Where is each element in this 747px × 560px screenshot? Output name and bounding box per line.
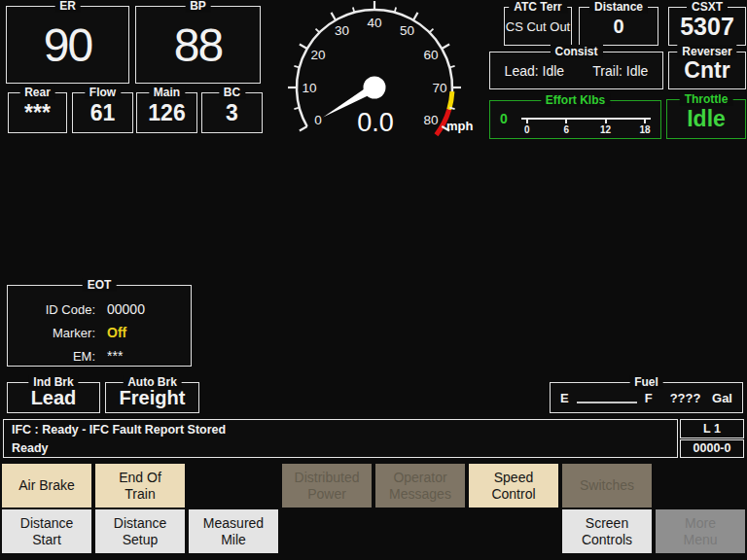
measured-mile-button[interactable]: Measured Mile <box>189 509 278 553</box>
bc-label: BC <box>219 86 245 99</box>
speed-unit-label: mph <box>446 119 485 133</box>
air-brake-button[interactable]: Air Brake <box>2 464 91 508</box>
effort-scale-tick-18: 18 <box>639 120 651 135</box>
fuel-label: Fuel <box>629 375 663 389</box>
more-menu-button: More Menu <box>656 509 745 553</box>
eot-id-code-row: ID Code: 00000 <box>8 298 191 321</box>
effort-scale-tick-12: 12 <box>600 120 612 135</box>
distance-setup-button[interactable]: Distance Setup <box>95 509 185 553</box>
eot-em-label: EM: <box>8 349 95 364</box>
distributed-power-button: Distributed Power <box>282 464 372 508</box>
reverser-label: Reverser <box>677 45 736 58</box>
eot-box: EOT ID Code: 00000 Marker: Off EM: *** <box>7 285 192 367</box>
main-value: 126 <box>137 93 196 132</box>
eot-id-code-label: ID Code: <box>8 302 95 317</box>
status-message-box: IFC : Ready - IFC Fault Report Stored Re… <box>3 419 678 458</box>
flow-value: 61 <box>73 93 132 132</box>
throttle-label: Throttle <box>680 92 733 106</box>
throttle-box: Throttle Idle <box>666 99 746 139</box>
effort-scale-tick-0: 0 <box>521 120 533 135</box>
svg-text:0: 0 <box>314 113 322 127</box>
eot-em-row: EM: *** <box>8 344 191 368</box>
svg-text:80: 80 <box>424 113 439 127</box>
end-of-train-button[interactable]: End Of Train <box>95 464 185 508</box>
svg-text:40: 40 <box>367 16 381 30</box>
svg-text:70: 70 <box>432 81 446 95</box>
fuel-box: Fuel E F ???? Gal <box>550 382 743 413</box>
ifc-locomotive-display: ER 90 BP 88 Rear *** Flow 61 Main 126 BC… <box>0 0 747 560</box>
eot-em-value: *** <box>107 348 123 364</box>
speed-readout: 0.0 <box>329 108 422 138</box>
eot-marker-row: Marker: Off <box>8 321 191 344</box>
atc-terr-box: ATC Terr CS Cut Out <box>504 7 572 46</box>
effort-value: 0 <box>500 111 508 126</box>
flow-label: Flow <box>85 86 121 99</box>
fuel-unit: Gal <box>712 391 732 405</box>
consist-label: Consist <box>550 45 602 58</box>
svg-text:50: 50 <box>400 23 414 38</box>
fuel-full-mark: F <box>645 391 653 405</box>
atc-terr-label: ATC Terr <box>509 0 567 14</box>
er-label: ER <box>54 0 81 13</box>
bp-gauge: BP 88 <box>135 6 261 84</box>
main-gauge: Main 126 <box>136 92 197 133</box>
flow-gauge: Flow 61 <box>72 92 133 133</box>
speed-control-button[interactable]: Speed Control <box>469 464 558 508</box>
distance-start-button[interactable]: Distance Start <box>2 509 91 553</box>
rear-label: Rear <box>19 86 55 99</box>
main-label: Main <box>149 86 185 99</box>
auto-brk-label: Auto Brk <box>123 375 182 389</box>
distance-box: Distance 0 <box>579 7 658 46</box>
locomotive-id-label: CSXT <box>687 0 728 14</box>
eot-marker-label: Marker: <box>8 326 95 340</box>
effort-box: Effort Klbs 0 0 6 12 18 <box>489 100 661 139</box>
eot-marker-value: Off <box>107 325 126 340</box>
auto-brk-box: Auto Brk Freight <box>105 382 199 413</box>
switches-button: Switches <box>562 464 652 508</box>
er-gauge: ER 90 <box>6 6 129 84</box>
effort-scale: 0 6 12 18 <box>521 118 651 135</box>
consist-box: Consist Lead: Idle Trail: Idle <box>489 52 663 89</box>
consist-trail-value: Trail: Idle <box>592 63 648 79</box>
reverser-box: Reverser Cntr <box>668 52 746 89</box>
status-code: 0000-0 <box>680 439 744 458</box>
fuel-gauge-line <box>577 402 637 403</box>
status-screen-id: L 1 <box>680 419 744 438</box>
operator-messages-button: Operator Messages <box>375 464 465 508</box>
bc-gauge: BC 3 <box>201 92 263 133</box>
status-message-line2: Ready <box>12 439 677 458</box>
consist-lead-value: Lead: Idle <box>505 63 565 79</box>
svg-text:20: 20 <box>310 48 325 62</box>
locomotive-id-box: CSXT 5307 <box>668 7 746 46</box>
er-value: 90 <box>7 7 128 83</box>
ind-brk-label: Ind Brk <box>28 375 78 389</box>
effort-scale-tick-6: 6 <box>560 120 572 135</box>
svg-text:60: 60 <box>424 48 439 62</box>
eot-id-code-value: 00000 <box>107 301 145 317</box>
svg-text:30: 30 <box>335 23 349 38</box>
ind-brk-box: Ind Brk Lead <box>7 382 100 413</box>
bp-label: BP <box>185 0 211 13</box>
effort-label: Effort Klbs <box>541 93 610 107</box>
rear-value: *** <box>9 93 66 132</box>
bc-value: 3 <box>202 93 262 132</box>
screen-controls-button[interactable]: Screen Controls <box>562 509 652 553</box>
fuel-quantity: ???? <box>670 391 701 405</box>
eot-label: EOT <box>83 278 117 292</box>
fuel-empty-mark: E <box>560 391 569 405</box>
bp-value: 88 <box>136 7 260 83</box>
distance-label: Distance <box>589 0 648 14</box>
status-message-line1: IFC : Ready - IFC Fault Report Stored <box>12 421 677 439</box>
svg-text:10: 10 <box>302 81 316 95</box>
rear-gauge: Rear *** <box>8 92 67 133</box>
